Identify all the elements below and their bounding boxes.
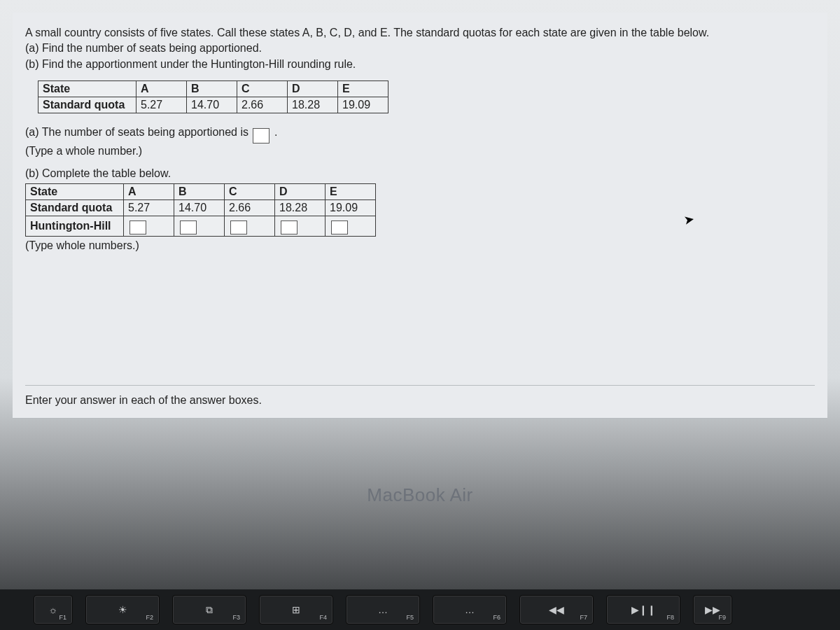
table-row: Standard quota 5.27 14.70 2.66 18.28 19.…: [26, 200, 376, 216]
key-label: F1: [59, 614, 66, 621]
cursor-icon: ➤: [682, 211, 696, 228]
hh-input-b[interactable]: [180, 220, 197, 234]
hh-cell: [174, 216, 225, 237]
hh-input-d[interactable]: [281, 220, 298, 234]
part-b-hint: (Type whole numbers.): [25, 239, 815, 252]
key-label: F4: [319, 614, 327, 621]
key-label: F9: [718, 614, 726, 621]
state-col: A: [124, 184, 174, 200]
state-col: D: [288, 81, 338, 97]
quota-cell: 14.70: [187, 97, 237, 113]
quota-table: State A B C D E Standard quota 5.27 14.7…: [38, 80, 388, 113]
hh-input-a[interactable]: [130, 220, 146, 234]
hh-cell: [326, 216, 376, 237]
key-f9: ▶▶ F9: [693, 595, 732, 624]
quota-cell: 18.28: [288, 97, 338, 113]
part-a-find: (a) Find the number of seats being appor…: [25, 42, 262, 54]
state-col: A: [136, 81, 187, 97]
quota-cell: 19.09: [338, 97, 388, 113]
state-col: E: [338, 81, 388, 97]
quota-row-header: Standard quota: [26, 200, 124, 216]
hh-input-e[interactable]: [331, 220, 348, 234]
key-f1: ☼ F1: [34, 595, 73, 624]
state-col: E: [326, 184, 376, 200]
key-label: F2: [146, 614, 153, 621]
brightness-up-icon: ☀: [118, 605, 127, 615]
brightness-down-icon: ☼: [49, 605, 58, 615]
key-f8: ▶❙❙ F8: [606, 595, 680, 624]
key-f7: ◀◀ F7: [519, 595, 594, 624]
state-row-header: State: [38, 81, 136, 97]
hh-cell: [124, 216, 174, 237]
hh-input-c[interactable]: [230, 220, 247, 234]
hh-cell: [275, 216, 326, 237]
part-a-line: (a) The number of seats being apportione…: [25, 123, 815, 144]
table-row: State A B C D E: [38, 81, 388, 97]
quota-cell: 5.27: [136, 97, 187, 113]
state-col: B: [187, 81, 237, 97]
table-row: Standard quota 5.27 14.70 2.66 18.28 19.…: [38, 97, 388, 113]
key-label: F3: [232, 614, 240, 621]
part-a-period: .: [274, 126, 277, 138]
keyboard-dim-icon: …: [378, 605, 388, 615]
key-label: F6: [493, 614, 500, 621]
rewind-icon: ◀◀: [549, 605, 564, 615]
key-label: F8: [666, 614, 674, 621]
hh-row-header: Huntington-Hill: [26, 216, 124, 237]
play-pause-icon: ▶❙❙: [631, 605, 656, 615]
intro-text: A small country consists of five states.…: [25, 27, 709, 38]
key-f3: ⧉ F3: [172, 595, 246, 624]
macbook-brand-label: MacBook Air: [0, 484, 840, 506]
part-b-prompt: (b) Complete the table below.: [25, 164, 815, 183]
hh-cell: [225, 216, 275, 237]
state-col: C: [225, 184, 275, 200]
footer-instruction: Enter your answer in each of the answer …: [25, 385, 815, 407]
quota-cell: 5.27: [124, 200, 174, 216]
part-a-prompt: (a) The number of seats being apportione…: [25, 126, 248, 138]
quota-cell: 18.28: [275, 200, 326, 216]
key-f5: … F5: [346, 595, 420, 624]
key-label: F7: [580, 614, 587, 621]
problem-panel: A small country consists of five states.…: [13, 13, 827, 419]
quota-cell: 2.66: [237, 97, 288, 113]
table-row: Huntington-Hill: [26, 216, 376, 237]
state-col: D: [275, 184, 326, 200]
apportionment-table: State A B C D E Standard quota 5.27 14.7…: [25, 183, 376, 237]
part-b-find: (b) Find the apportionment under the Hun…: [25, 58, 356, 70]
seats-input[interactable]: [253, 128, 270, 144]
quota-cell: 14.70: [174, 200, 225, 216]
problem-intro: A small country consists of five states.…: [25, 25, 815, 72]
state-col: B: [174, 184, 225, 200]
quota-row-header: Standard quota: [38, 97, 136, 113]
state-col: C: [237, 81, 288, 97]
keyboard-bright-icon: …: [465, 605, 475, 615]
quota-cell: 2.66: [225, 200, 275, 216]
key-f6: … F6: [433, 595, 507, 624]
table-row: State A B C D E: [26, 184, 376, 200]
key-f4: ⊞ F4: [259, 595, 333, 624]
function-key-row: ☼ F1 ☀ F2 ⧉ F3 ⊞ F4 … F5 … F6 ◀◀ F7 ▶❙❙ …: [0, 589, 840, 630]
key-f2: ☀ F2: [85, 595, 160, 624]
launchpad-icon: ⊞: [292, 605, 300, 615]
part-a-hint: (Type a whole number.): [25, 145, 815, 158]
key-label: F5: [406, 614, 414, 621]
mission-control-icon: ⧉: [206, 605, 213, 615]
quota-cell: 19.09: [326, 200, 376, 216]
fast-forward-icon: ▶▶: [705, 605, 720, 615]
state-row-header: State: [26, 184, 124, 200]
